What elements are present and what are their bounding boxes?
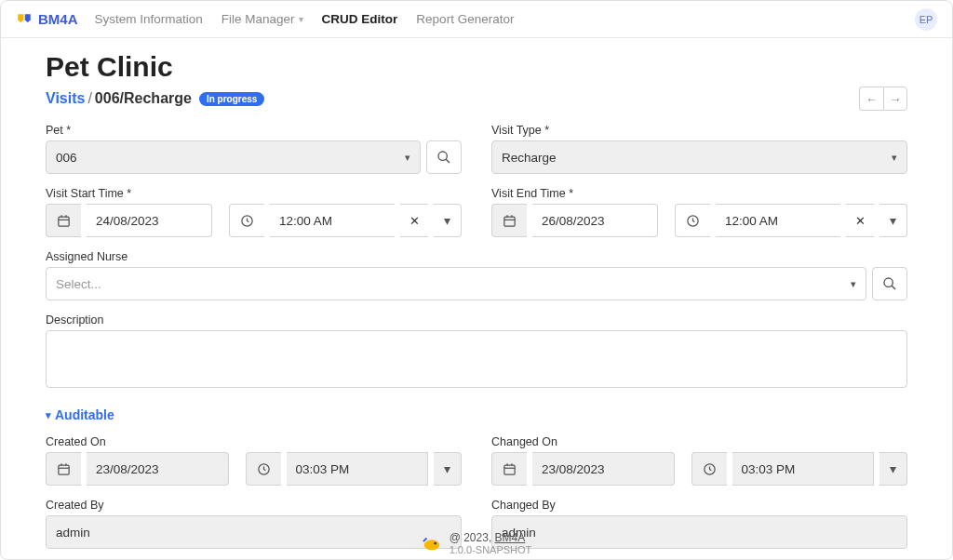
visit-end-label: Visit End Time * <box>491 187 907 200</box>
svg-point-12 <box>884 278 893 287</box>
svg-rect-2 <box>59 217 69 226</box>
nav-file-manager[interactable]: File Manager▾ <box>221 12 303 26</box>
pet-select[interactable]: 006▾ <box>46 140 421 174</box>
svg-line-13 <box>892 286 895 289</box>
page-title: Pet Clinic <box>46 51 907 83</box>
pet-lookup-button[interactable] <box>426 140 462 174</box>
changed-by-label: Changed By <box>491 499 907 512</box>
footer-brand-link[interactable]: BM4A <box>495 531 526 544</box>
visit-end-date-input[interactable]: 26/08/2023 <box>532 204 658 237</box>
brand-logo-icon <box>16 12 33 29</box>
visit-type-label: Visit Type * <box>491 124 907 137</box>
assigned-nurse-label: Assigned Nurse <box>46 250 907 263</box>
status-badge: In progress <box>199 92 264 106</box>
visit-start-label: Visit Start Time * <box>46 187 462 200</box>
visit-end-time-clear[interactable]: ✕ <box>846 204 874 237</box>
chevron-down-icon: ▾ <box>397 152 410 164</box>
svg-rect-14 <box>59 465 69 474</box>
breadcrumb-leaf: 006/Recharge <box>95 90 192 107</box>
visit-end-time-input[interactable]: 12:00 AM <box>716 204 840 237</box>
visit-start-time-clear[interactable]: ✕ <box>400 204 428 237</box>
clock-icon[interactable] <box>229 204 264 237</box>
calendar-icon[interactable] <box>46 204 81 237</box>
nav-system-information[interactable]: System Information <box>95 12 203 26</box>
clock-icon[interactable] <box>675 204 710 237</box>
search-icon <box>436 150 451 165</box>
visit-start-time-dropdown[interactable]: ▾ <box>434 204 462 237</box>
footer-version: 1.0.0-SNAPSHOT <box>450 544 532 555</box>
chevron-down-icon: ▾ <box>884 152 897 164</box>
svg-point-25 <box>434 542 436 545</box>
chevron-down-icon: ▾ <box>843 278 856 290</box>
created-on-label: Created On <box>46 435 462 448</box>
assigned-nurse-select[interactable]: Select...▾ <box>46 267 866 300</box>
changed-on-date: 23/08/2023 <box>532 452 675 486</box>
calendar-icon <box>46 452 81 486</box>
changed-on-time-dropdown: ▾ <box>879 452 907 486</box>
next-record-button[interactable]: → <box>883 87 907 111</box>
calendar-icon <box>491 452 527 486</box>
assigned-nurse-lookup-button[interactable] <box>872 267 907 300</box>
changed-on-time: 03:03 PM <box>732 452 875 486</box>
created-on-time-dropdown: ▾ <box>434 452 462 486</box>
nav-report-generator[interactable]: Report Generator <box>416 12 514 26</box>
search-icon <box>882 276 897 291</box>
nav-crud-editor[interactable]: CRUD Editor <box>322 12 398 26</box>
pet-label: Pet * <box>46 124 462 137</box>
description-textarea[interactable] <box>46 330 907 388</box>
calendar-icon[interactable] <box>491 204 527 237</box>
visit-start-time-input[interactable]: 12:00 AM <box>270 204 395 237</box>
description-label: Description <box>46 313 907 327</box>
auditable-section-toggle[interactable]: ▾ Auditable <box>46 407 907 422</box>
chevron-down-icon: ▾ <box>299 14 303 24</box>
svg-rect-7 <box>504 217 515 226</box>
brand[interactable]: BM4A <box>16 11 78 28</box>
chevron-down-icon: ▾ <box>46 409 51 421</box>
breadcrumb-root[interactable]: Visits <box>46 90 85 107</box>
prev-record-button[interactable]: ← <box>859 87 883 111</box>
changed-on-label: Changed On <box>491 435 907 448</box>
svg-line-1 <box>446 159 450 163</box>
svg-point-0 <box>438 152 447 160</box>
visit-type-select[interactable]: Recharge▾ <box>491 140 907 174</box>
footer: @ 2023, BM4A 1.0.0-SNAPSHOT <box>1 531 952 555</box>
footer-logo-icon <box>422 533 442 553</box>
svg-rect-19 <box>504 465 515 474</box>
user-avatar[interactable]: EP <box>915 8 937 31</box>
created-on-time: 03:03 PM <box>287 452 429 486</box>
clock-icon <box>246 452 281 486</box>
created-by-label: Created By <box>46 499 462 512</box>
clock-icon <box>691 452 727 486</box>
visit-end-time-dropdown[interactable]: ▾ <box>879 204 907 237</box>
visit-start-date-input[interactable]: 24/08/2023 <box>87 204 212 237</box>
created-on-date: 23/08/2023 <box>87 452 229 486</box>
breadcrumb: Visits / 006/Recharge <box>46 90 192 107</box>
svg-point-24 <box>423 540 439 550</box>
